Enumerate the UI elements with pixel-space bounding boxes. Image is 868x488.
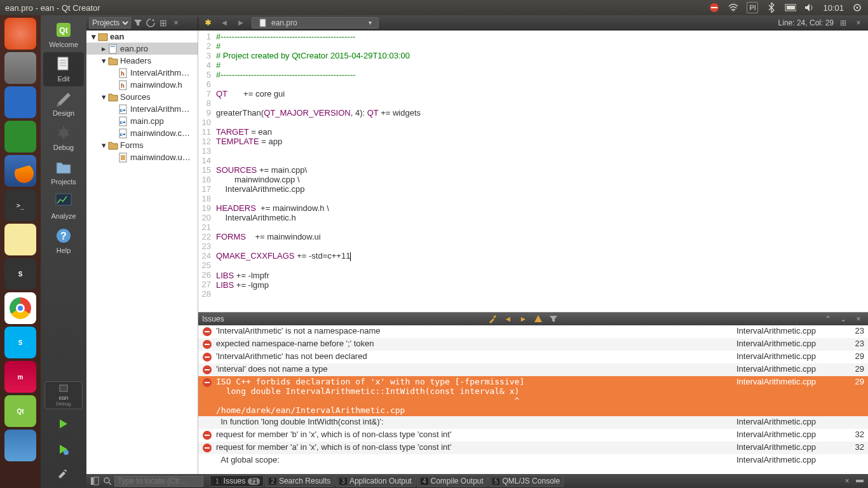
tree-twisty[interactable]: ▸ [99,44,108,53]
split-icon[interactable]: ⊞ [158,17,169,29]
sidebar-view-selector[interactable]: Projects [89,17,131,29]
launcher-libreoffice-calc[interactable] [4,121,36,152]
launcher-terminal[interactable]: >_ [4,189,36,221]
minimize-icon[interactable]: ⌃ [822,313,834,325]
mode-bar: QtWelcomeEditDesignDebugProjectsAnalyze?… [41,15,86,488]
mode-welcome[interactable]: QtWelcome [43,18,84,52]
issue-row[interactable]: ISO C++ forbids declaration of 'x' with … [198,376,868,416]
launcher-miktex[interactable]: m [4,361,36,393]
toggle-sidebar-icon[interactable] [89,475,100,487]
locator-input[interactable] [114,476,203,487]
launcher-files[interactable] [4,52,36,84]
svg-rect-54 [856,480,864,482]
close-issues-icon[interactable]: × [853,313,864,325]
tree-eanpro[interactable]: ▸ean.pro [86,43,198,55]
prev-issue-icon[interactable]: ◄ [502,313,513,325]
filter-icon[interactable] [132,17,144,29]
sync-icon[interactable] [145,17,156,29]
editor-split-icon[interactable]: ⊞ [837,17,849,29]
filter-issues-icon[interactable] [548,313,559,325]
tree-maincpp[interactable]: c+main.cpp [86,115,198,127]
tree-mainwindowu[interactable]: mainwindow.u… [86,151,198,163]
wifi-icon[interactable] [728,2,739,13]
back-icon[interactable]: ◄ [219,17,230,29]
next-issue-icon[interactable]: ► [517,313,529,325]
svg-rect-41 [205,356,210,358]
issue-row[interactable]: expected namespace-name before ';' token… [198,338,868,351]
tree-twisty[interactable]: ▾ [99,57,108,65]
progress-icon[interactable] [854,475,865,487]
output-tab-search-results[interactable]: 2 Search Results [265,475,334,487]
tree-twisty[interactable]: ▾ [99,93,108,102]
open-document-selector[interactable]: ean.pro ▾ [252,17,379,29]
tree-Sources[interactable]: ▾Sources [86,91,198,103]
issue-row[interactable]: At global scope:IntervalArithmetic.cpp [198,454,868,467]
launcher-ubuntu-dash[interactable] [4,18,36,50]
kit-selector[interactable]: eanDebug [44,381,83,409]
bluetooth-icon[interactable] [766,2,777,13]
build-button[interactable] [55,466,72,484]
tree-Forms[interactable]: ▾Forms [86,139,198,151]
code-editor[interactable]: 1234567891011121314151617181920212223242… [198,30,868,312]
issue-row[interactable]: In function 'long double IntWidth(const … [198,416,868,429]
line-number-gutter: 1234567891011121314151617181920212223242… [198,30,214,312]
mode-edit[interactable]: Edit [43,52,84,86]
unity-launcher: >_SSmQt [0,15,41,488]
volume-icon[interactable] [804,2,815,13]
svg-text:h: h [121,71,125,77]
file-icon [108,92,118,102]
output-tab-compile-output[interactable]: 4 Compile Output [417,475,487,487]
launcher-gravit[interactable] [4,430,36,461]
launcher-text-editor[interactable] [4,224,36,255]
output-tab-issues[interactable]: 1 Issues 71 [210,475,264,487]
forward-icon[interactable]: ► [235,17,247,29]
close-output-icon[interactable]: × [841,475,853,487]
tree-IntervalArithm[interactable]: c+IntervalArithm… [86,103,198,115]
svg-rect-43 [205,369,210,370]
line-col-indicator[interactable]: Line: 24, Col: 29 [778,18,834,27]
issue-row[interactable]: 'IntervalArithmetic' has not been declar… [198,351,868,363]
maximize-icon[interactable]: ⌄ [837,313,849,325]
svg-rect-20 [260,19,266,27]
issue-row[interactable]: 'interval' does not name a typeIntervalA… [198,363,868,376]
mode-projects[interactable]: Projects [43,155,84,189]
code-text[interactable]: #---------------------------------------… [214,30,868,312]
error-icon [202,327,212,337]
launcher-chrome[interactable] [4,292,36,324]
error-icon [202,430,212,440]
issue-row[interactable]: request for member 'b' in 'x', which is … [198,429,868,442]
tree-mainwindowh[interactable]: hmainwindow.h [86,79,198,91]
tree-mainwindowc[interactable]: c+mainwindow.c… [86,127,198,139]
svg-text:?: ? [60,231,67,241]
keyboard-lang[interactable]: Pl [747,2,758,13]
warning-icon[interactable] [532,313,544,325]
tree-twisty[interactable]: ▾ [99,141,108,150]
output-tab-qml-js-console[interactable]: 5 QML/JS Console [489,475,564,487]
mode-help[interactable]: ?Help [43,224,84,258]
close-split-icon[interactable]: × [170,17,182,29]
launcher-libreoffice-writer[interactable] [4,86,36,118]
mode-debug[interactable]: Debug [43,121,84,155]
tree-twisty[interactable]: ▾ [89,32,98,41]
run-debug-button[interactable] [55,441,72,459]
gear-icon[interactable] [851,2,863,13]
locator-icon[interactable] [102,475,113,487]
output-tab-application-output[interactable]: 3 Application Output [336,475,416,487]
mode-analyze[interactable]: Analyze [43,189,84,224]
tree-IntervalArithm[interactable]: hIntervalArithm… [86,67,198,79]
run-button[interactable] [55,416,72,433]
issue-row[interactable]: 'IntervalArithmetic' is not a namespace-… [198,325,868,338]
clock[interactable]: 10:01 [823,3,844,13]
issue-row[interactable]: request for member 'a' in 'x', which is … [198,442,868,454]
issues-list[interactable]: 'IntervalArithmetic' is not a namespace-… [198,325,868,474]
hammer-icon[interactable] [487,313,498,325]
launcher-sublime[interactable]: S [4,258,36,290]
tree-ean[interactable]: ▾ean [86,30,198,43]
launcher-skype[interactable]: S [4,327,36,358]
editor-close-icon[interactable]: × [853,17,864,29]
tree-Headers[interactable]: ▾Headers [86,55,198,67]
battery-icon[interactable] [785,2,796,13]
mode-design[interactable]: Design [43,86,84,121]
launcher-firefox[interactable] [4,155,36,187]
launcher-qtcreator[interactable]: Qt [4,395,36,427]
